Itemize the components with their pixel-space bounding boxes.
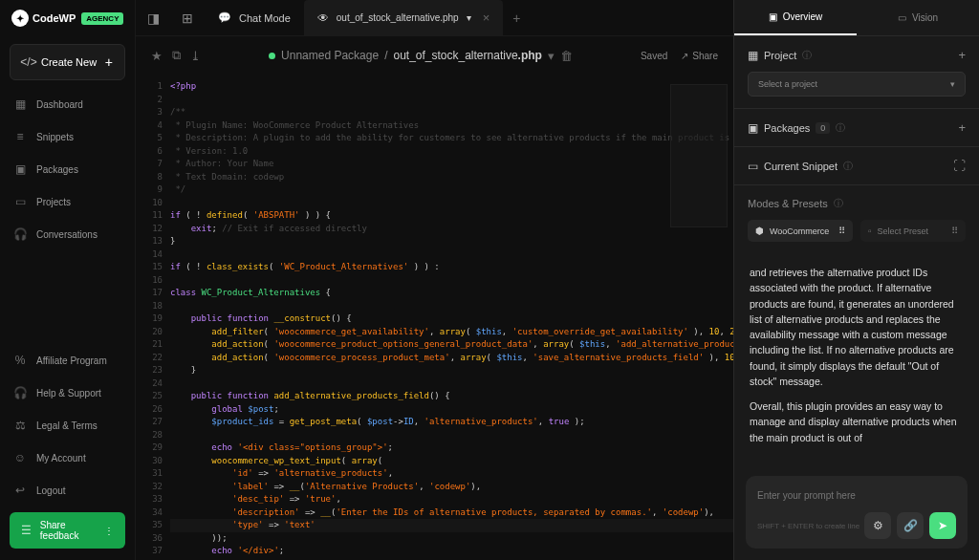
help-icon: 🎧 <box>13 386 27 399</box>
sidebar-item-help[interactable]: 🎧Help & Support <box>0 377 135 409</box>
trash-icon[interactable]: 🗑 <box>560 49 573 63</box>
account-icon: ☺ <box>13 451 27 464</box>
file-tab[interactable]: 👁out_of_stock_alternative.php▾× <box>304 0 503 36</box>
breadcrumb: Unnamed Package / out_of_stock_alternati… <box>214 49 627 63</box>
chat-mode-button[interactable]: 💬Chat Mode <box>205 11 304 24</box>
create-new-button[interactable]: </>Create New + <box>10 44 125 80</box>
download-icon[interactable]: ⤓ <box>190 49 201 63</box>
grid-icon[interactable]: ⊞ <box>170 1 205 35</box>
drag-icon: ⠿ <box>838 226 845 236</box>
sidebar-item-legal[interactable]: ⚖Legal & Terms <box>0 409 135 442</box>
line-gutter: 1234567891011121314151617181920212223242… <box>136 75 170 560</box>
sidebar-header: ✦ CodeWP AGENCY <box>0 0 135 36</box>
packages-icon: ▣ <box>13 162 27 176</box>
packages-section: ▣Packages0ⓘ+ <box>734 109 979 147</box>
drag-icon: ⠿ <box>951 226 958 236</box>
logout-icon: ↩ <box>13 484 27 497</box>
info-icon[interactable]: ⓘ <box>836 121 845 135</box>
send-button[interactable]: ➤ <box>929 512 956 539</box>
chevron-down-icon[interactable]: ▾ <box>548 49 555 63</box>
expand-icon[interactable]: ⛶ <box>953 159 966 173</box>
agency-badge: AGENCY <box>81 12 123 25</box>
close-tab-icon[interactable]: × <box>483 11 490 25</box>
sidebar-item-snippets[interactable]: ≡Snippets <box>0 120 135 153</box>
modes-title: Modes & Presets <box>748 198 828 209</box>
copy-icon[interactable]: ⧉ <box>172 48 181 63</box>
conversations-icon: 🎧 <box>13 227 27 241</box>
settings-button[interactable]: ⚙ <box>864 512 891 539</box>
breadcrumb-file: out_of_stock_alternative <box>393 49 517 62</box>
ellipsis-icon: ⋮ <box>104 526 114 536</box>
create-new-label: Create New <box>41 56 97 68</box>
snippets-icon: ≡ <box>13 130 27 143</box>
add-package-icon[interactable]: + <box>958 120 966 135</box>
share-button[interactable]: ↗Share <box>681 51 718 61</box>
sidebar: ✦ CodeWP AGENCY </>Create New + ▦Dashboa… <box>0 0 136 560</box>
sidebar-item-dashboard[interactable]: ▦Dashboard <box>0 88 135 120</box>
info-icon[interactable]: ⓘ <box>834 197 843 210</box>
tab-overview[interactable]: ▣Overview <box>734 0 857 35</box>
sidebar-item-conversations[interactable]: 🎧Conversations <box>0 218 135 250</box>
code-content[interactable]: <?php /** * Plugin Name: WooCommerce Pro… <box>170 75 733 560</box>
modes-section: Modes & Presetsⓘ ⬢WooCommerce⠿ ▫Select P… <box>734 185 979 253</box>
minimap[interactable] <box>670 84 728 227</box>
prompt-input[interactable] <box>757 490 956 501</box>
ai-response-text: and retrieves the alternative product ID… <box>734 253 979 466</box>
dashboard-icon: ▦ <box>13 97 27 111</box>
snippet-icon: ▭ <box>748 160 758 173</box>
packages-count: 0 <box>816 122 830 134</box>
right-panel: ▣Overview ▭Vision ▦Projectⓘ+ Select a pr… <box>733 0 979 560</box>
mode-woocommerce[interactable]: ⬢WooCommerce⠿ <box>748 220 853 242</box>
eye-icon: 👁 <box>317 11 329 25</box>
link-button[interactable]: 🔗 <box>897 512 924 539</box>
legal-icon: ⚖ <box>13 419 27 432</box>
overview-icon: ▣ <box>769 11 777 22</box>
woocommerce-icon: ⬢ <box>755 226 764 236</box>
code-editor[interactable]: 1234567891011121314151617181920212223242… <box>136 75 733 560</box>
sliders-icon: ⚙ <box>873 519 883 532</box>
link-icon: 🔗 <box>903 519 918 532</box>
status-dot <box>269 53 275 59</box>
breadcrumb-package: Unnamed Package <box>281 49 379 62</box>
share-icon: ↗ <box>681 51 688 61</box>
send-icon: ➤ <box>938 519 947 532</box>
packages-title: Packages <box>764 122 810 134</box>
sidebar-item-projects[interactable]: ▭Projects <box>0 185 135 218</box>
chevron-down-icon: ▾ <box>467 12 471 23</box>
add-project-icon[interactable]: + <box>958 48 966 62</box>
star-icon[interactable]: ★ <box>151 49 163 63</box>
snippet-section: ▭Current Snippetⓘ⛶ <box>734 147 979 185</box>
sidebar-item-account[interactable]: ☺My Account <box>0 442 135 474</box>
chat-hint: SHIFT + ENTER to create line <box>757 522 859 530</box>
packages-icon: ▣ <box>748 121 758 135</box>
project-title: Project <box>764 50 796 61</box>
sidebar-item-affiliate[interactable]: %Affiliate Program <box>0 344 135 377</box>
add-tab-button[interactable]: + <box>503 11 530 26</box>
logo-text: CodeWP <box>33 12 76 24</box>
plus-icon: + <box>105 54 113 70</box>
chat-icon: 💬 <box>218 11 231 24</box>
project-section: ▦Projectⓘ+ Select a project▾ <box>734 36 979 109</box>
project-select[interactable]: Select a project▾ <box>748 72 966 97</box>
sidebar-item-packages[interactable]: ▣Packages <box>0 153 135 185</box>
chevron-down-icon: ▾ <box>950 79 955 89</box>
share-feedback-button[interactable]: ☰Share feedback⋮ <box>10 512 125 549</box>
projects-icon: ▭ <box>13 195 27 208</box>
affiliate-icon: % <box>13 354 27 367</box>
tab-vision[interactable]: ▭Vision <box>857 0 979 35</box>
select-preset-button[interactable]: ▫Select Preset⠿ <box>860 220 966 242</box>
info-icon[interactable]: ⓘ <box>843 160 853 173</box>
top-bar: ◨ ⊞ 💬Chat Mode 👁out_of_stock_alternative… <box>136 0 733 36</box>
snippet-title: Current Snippet <box>764 161 838 172</box>
sidebar-item-logout[interactable]: ↩Logout <box>0 474 135 506</box>
tab-label: out_of_stock_alternative.php <box>337 12 459 23</box>
breadcrumb-bar: ★ ⧉ ⤓ Unnamed Package / out_of_stock_alt… <box>136 36 733 75</box>
info-icon[interactable]: ⓘ <box>802 49 812 62</box>
breadcrumb-ext: .php <box>518 49 542 62</box>
logo[interactable]: ✦ CodeWP <box>11 10 76 27</box>
panel-toggle-icon[interactable]: ◨ <box>136 1 170 35</box>
saved-label: Saved <box>641 51 667 61</box>
logo-icon: ✦ <box>11 10 29 27</box>
right-panel-tabs: ▣Overview ▭Vision <box>734 0 979 36</box>
preset-icon: ▫ <box>868 226 872 236</box>
